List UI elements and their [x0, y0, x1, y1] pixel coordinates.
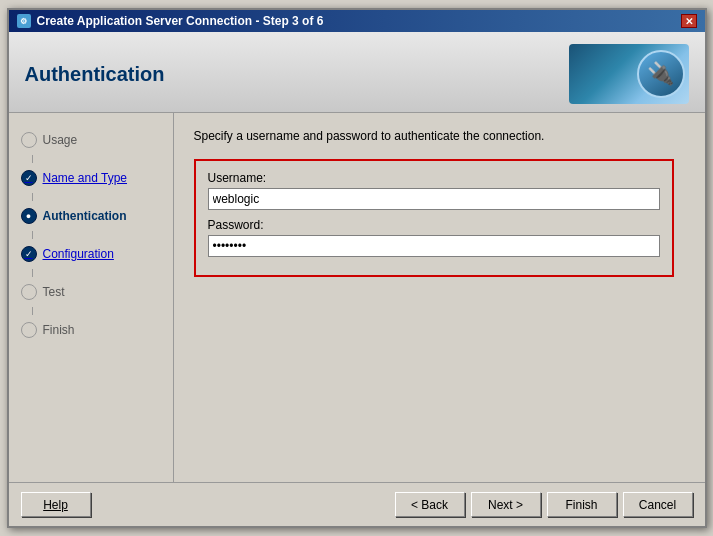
close-button[interactable]: ✕ [681, 14, 697, 28]
sidebar-item-finish: Finish [17, 319, 165, 341]
step-icon-authentication: ● [21, 208, 37, 224]
step-line-5 [32, 307, 33, 315]
credentials-form-box: Username: Password: [194, 159, 674, 277]
footer: Help < Back Next > Finish Cancel [9, 482, 705, 526]
step-icon-name-and-type: ✓ [21, 170, 37, 186]
step-line-2 [32, 193, 33, 201]
step-line-1 [32, 155, 33, 163]
step-icon-test [21, 284, 37, 300]
sidebar-item-name-and-type[interactable]: ✓ Name and Type [17, 167, 165, 189]
cancel-button[interactable]: Cancel [623, 492, 693, 517]
back-button[interactable]: < Back [395, 492, 465, 517]
help-button[interactable]: Help [21, 492, 91, 517]
username-group: Username: [208, 171, 660, 210]
finish-button[interactable]: Finish [547, 492, 617, 517]
title-bar-label: Create Application Server Connection - S… [37, 14, 324, 28]
dialog-window: ⚙ Create Application Server Connection -… [7, 8, 707, 528]
title-bar-icon: ⚙ [17, 14, 31, 28]
next-button[interactable]: Next > [471, 492, 541, 517]
sidebar: Usage ✓ Name and Type ● Authentication ✓… [9, 113, 174, 482]
username-label: Username: [208, 171, 660, 185]
title-bar: ⚙ Create Application Server Connection -… [9, 10, 705, 32]
sidebar-item-configuration[interactable]: ✓ Configuration [17, 243, 165, 265]
header-graphic-icon: 🔌 [637, 50, 685, 98]
header: Authentication 🔌 [9, 32, 705, 113]
sidebar-item-usage: Usage [17, 129, 165, 151]
step-icon-configuration: ✓ [21, 246, 37, 262]
password-input[interactable] [208, 235, 660, 257]
content-area: Usage ✓ Name and Type ● Authentication ✓… [9, 113, 705, 482]
page-title: Authentication [25, 63, 165, 86]
header-graphic: 🔌 [569, 44, 689, 104]
step-line-4 [32, 269, 33, 277]
footer-right: < Back Next > Finish Cancel [395, 492, 693, 517]
password-label: Password: [208, 218, 660, 232]
title-bar-content: ⚙ Create Application Server Connection -… [17, 14, 324, 28]
footer-left: Help [21, 492, 91, 517]
step-icon-usage [21, 132, 37, 148]
instruction-text: Specify a username and password to authe… [194, 129, 685, 143]
header-graphic-inner: 🔌 [569, 44, 689, 104]
step-line-3 [32, 231, 33, 239]
sidebar-item-authentication: ● Authentication [17, 205, 165, 227]
step-icon-finish [21, 322, 37, 338]
password-group: Password: [208, 218, 660, 257]
sidebar-item-test: Test [17, 281, 165, 303]
username-input[interactable] [208, 188, 660, 210]
main-content: Specify a username and password to authe… [174, 113, 705, 482]
